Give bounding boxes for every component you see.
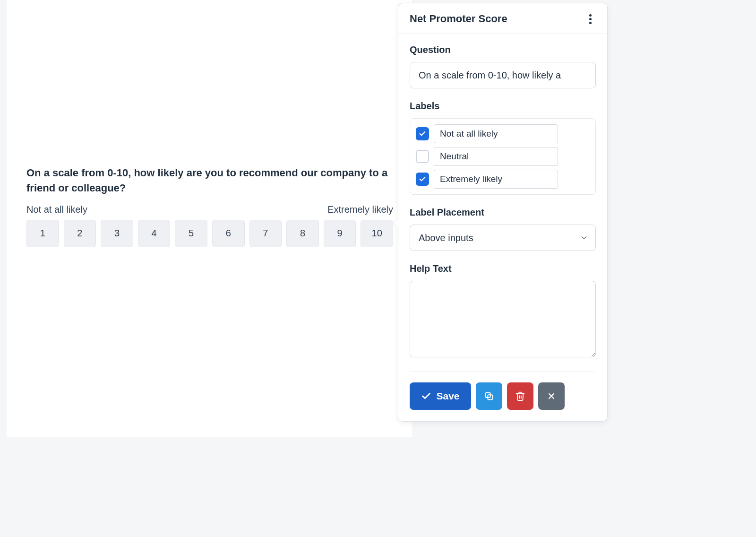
nps-option[interactable]: 1: [26, 220, 59, 247]
nps-option[interactable]: 10: [361, 220, 393, 247]
duplicate-button[interactable]: [476, 382, 502, 410]
panel-title: Net Promoter Score: [410, 13, 507, 25]
label-row: [416, 124, 590, 143]
nps-option[interactable]: 2: [64, 220, 96, 247]
copy-icon: [484, 391, 494, 401]
preview-question-text: On a scale from 0-10, how likely are you…: [26, 165, 393, 196]
save-button[interactable]: Save: [410, 382, 471, 410]
nps-option[interactable]: 5: [175, 220, 207, 247]
more-options-icon[interactable]: [584, 13, 596, 25]
trash-icon: [515, 391, 525, 401]
help-text-input[interactable]: [410, 281, 596, 357]
labels-section-title: Labels: [410, 101, 596, 112]
nps-option[interactable]: 4: [138, 220, 171, 247]
nps-option[interactable]: 3: [101, 220, 133, 247]
nps-option[interactable]: 9: [324, 220, 356, 247]
settings-panel: Net Promoter Score Question Labels Label…: [398, 3, 608, 422]
check-icon: [421, 391, 431, 401]
placement-section-title: Label Placement: [410, 207, 596, 218]
label-placement-value: Above inputs: [419, 233, 473, 243]
preview-left-label: Not at all likely: [26, 204, 87, 215]
label-row: [416, 147, 590, 166]
delete-button[interactable]: [507, 382, 533, 410]
preview-scale-labels: Not at all likely Extremely likely: [26, 204, 393, 215]
nps-preview: On a scale from 0-10, how likely are you…: [26, 165, 393, 247]
nps-option[interactable]: 6: [212, 220, 245, 247]
label-placement-select[interactable]: Above inputs: [410, 225, 596, 251]
nps-option[interactable]: 8: [286, 220, 319, 247]
label-text-input[interactable]: [434, 147, 558, 166]
close-icon: [547, 391, 556, 401]
label-enabled-checkbox[interactable]: [416, 127, 429, 140]
nps-option[interactable]: 7: [249, 220, 282, 247]
help-section-title: Help Text: [410, 263, 596, 274]
label-enabled-checkbox[interactable]: [416, 173, 429, 186]
nps-options-row: 12345678910: [26, 220, 393, 247]
close-button[interactable]: [538, 382, 565, 410]
label-text-input[interactable]: [434, 124, 558, 143]
labels-editor: [410, 118, 596, 195]
question-section-title: Question: [410, 44, 596, 55]
preview-right-label: Extremely likely: [327, 204, 393, 215]
label-row: [416, 170, 590, 189]
save-button-label: Save: [436, 390, 459, 402]
label-text-input[interactable]: [434, 170, 558, 189]
question-input[interactable]: [410, 62, 596, 88]
label-enabled-checkbox[interactable]: [416, 150, 429, 163]
